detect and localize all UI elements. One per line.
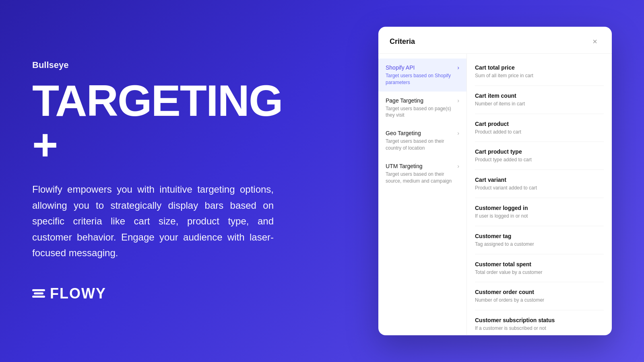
- option-desc-3: Product type added to cart: [475, 156, 604, 163]
- option-name-4: Cart variant: [475, 177, 604, 183]
- sidebar-item-3[interactable]: UTM Targeting › Target users based on th…: [378, 157, 466, 190]
- sidebar-item-desc-3: Target users based on their source, medi…: [386, 171, 459, 184]
- criteria-options: Cart total price Sum of all item price i…: [467, 54, 612, 335]
- option-item-7[interactable]: Customer total spent Total order value b…: [475, 254, 604, 282]
- modal-body: Shopify API › Target users based on Shop…: [378, 54, 612, 335]
- criteria-sidebar: Shopify API › Target users based on Shop…: [378, 54, 467, 335]
- sidebar-item-2[interactable]: Geo Targeting › Target users based on th…: [378, 124, 466, 157]
- option-desc-4: Product variant added to cart: [475, 185, 604, 191]
- logo-icon: [32, 289, 45, 298]
- sidebar-item-1[interactable]: Page Targeting › Target users based on p…: [378, 91, 466, 124]
- sidebar-item-desc-0: Target users based on Shopify parameters: [386, 72, 459, 86]
- option-item-9[interactable]: Customer subscription status If a custom…: [475, 311, 604, 335]
- criteria-modal: Criteria × Shopify API › Target users ba…: [378, 27, 612, 335]
- left-panel: Bullseye TARGETING + Flowify empowers yo…: [0, 36, 306, 326]
- option-item-8[interactable]: Customer order count Number of orders by…: [475, 282, 604, 311]
- option-item-2[interactable]: Cart product Product added to cart: [475, 114, 604, 142]
- logo-icon-bar-1: [32, 289, 45, 291]
- logo-icon-bar-2: [34, 292, 43, 294]
- option-name-0: Cart total price: [475, 64, 604, 71]
- sidebar-item-name-3: UTM Targeting: [386, 162, 423, 169]
- modal-title: Criteria: [390, 37, 415, 45]
- option-name-6: Customer tag: [475, 232, 604, 239]
- option-name-3: Cart product type: [475, 148, 604, 155]
- chevron-icon-3: ›: [457, 162, 459, 169]
- logo-area: FLOWY: [32, 285, 274, 302]
- option-desc-2: Product added to cart: [475, 128, 604, 135]
- option-name-5: Customer logged in: [475, 204, 604, 211]
- option-item-6[interactable]: Customer tag Tag assigned to a customer: [475, 226, 604, 254]
- sidebar-item-name-0: Shopify API: [386, 64, 415, 71]
- modal-header: Criteria ×: [378, 27, 612, 54]
- chevron-icon-0: ›: [457, 64, 459, 71]
- sidebar-item-name-1: Page Targeting: [386, 97, 423, 103]
- headline: TARGETING +: [32, 78, 274, 167]
- option-desc-6: Tag assigned to a customer: [475, 241, 604, 247]
- option-name-7: Customer total spent: [475, 261, 604, 267]
- option-name-2: Cart product: [475, 120, 604, 127]
- brand-label: Bullseye: [32, 60, 274, 70]
- logo-text: FLOWY: [50, 285, 106, 302]
- description: Flowify empowers you with intuitive targ…: [32, 181, 274, 261]
- sidebar-item-desc-1: Target users based on page(s) they visit: [386, 105, 459, 119]
- chevron-icon-2: ›: [457, 130, 459, 136]
- logo-icon-bar-3: [32, 296, 45, 298]
- chevron-icon-1: ›: [457, 97, 459, 103]
- option-desc-9: If a customer is subscribed or not: [475, 325, 604, 332]
- option-item-5[interactable]: Customer logged in If user is logged in …: [475, 198, 604, 226]
- option-desc-8: Number of orders by a customer: [475, 297, 604, 304]
- option-item-1[interactable]: Cart item count Number of items in cart: [475, 86, 604, 114]
- option-name-9: Customer subscription status: [475, 317, 604, 323]
- close-button[interactable]: ×: [589, 36, 601, 47]
- sidebar-item-name-2: Geo Targeting: [386, 130, 421, 136]
- sidebar-item-0[interactable]: Shopify API › Target users based on Shop…: [378, 59, 466, 92]
- option-name-1: Cart item count: [475, 92, 604, 99]
- option-desc-7: Total order value by a customer: [475, 269, 604, 276]
- option-item-4[interactable]: Cart variant Product variant added to ca…: [475, 170, 604, 198]
- sidebar-item-desc-2: Target users based on their country of l…: [386, 138, 459, 152]
- option-item-3[interactable]: Cart product type Product type added to …: [475, 142, 604, 170]
- option-desc-1: Number of items in cart: [475, 100, 604, 107]
- option-desc-0: Sum of all item price in cart: [475, 72, 604, 79]
- option-item-0[interactable]: Cart total price Sum of all item price i…: [475, 58, 604, 86]
- option-desc-5: If user is logged in or not: [475, 212, 604, 219]
- option-name-8: Customer order count: [475, 289, 604, 295]
